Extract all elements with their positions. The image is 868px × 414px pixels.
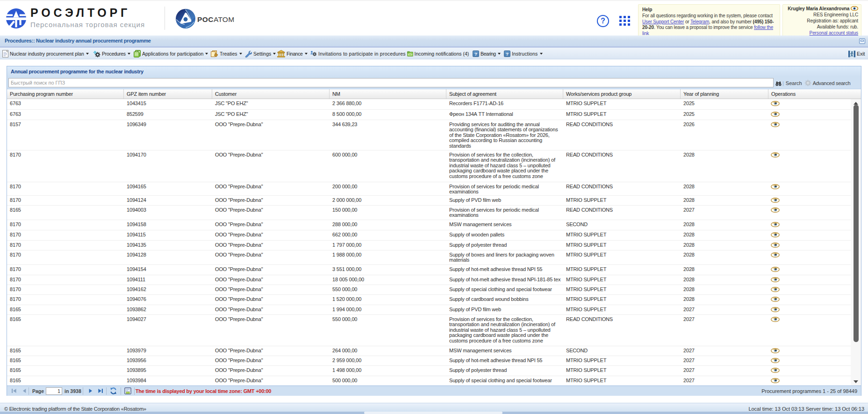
svg-text:?: ? (474, 51, 477, 57)
svg-text:?: ? (506, 51, 509, 57)
